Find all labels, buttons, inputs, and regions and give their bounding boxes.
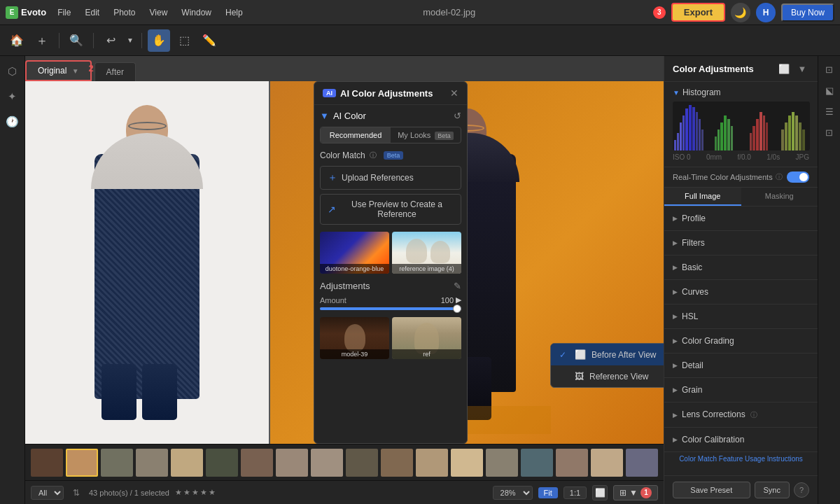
panel-more-icon[interactable]: ▼ (795, 62, 809, 76)
zoom-select[interactable]: 28% (493, 486, 533, 500)
help-button[interactable]: ? (794, 482, 809, 498)
film-thumb-5[interactable] (171, 449, 203, 477)
one-to-one-button[interactable]: 1:1 (564, 486, 587, 499)
sort-icon[interactable]: ⇅ (69, 486, 83, 500)
film-thumb-11[interactable] (381, 449, 413, 477)
tab-original[interactable]: Original ▼ 2 (25, 60, 92, 81)
film-thumb-7[interactable] (241, 449, 273, 477)
sidebar-history-icon[interactable]: 🕐 (3, 112, 22, 132)
brush-tool[interactable]: ✏️ (198, 29, 220, 52)
section-filters-header[interactable]: ▶ Filters (664, 231, 818, 255)
star-2[interactable]: ★ (183, 488, 190, 497)
menu-edit[interactable]: Edit (82, 6, 102, 19)
home-button[interactable]: 🏠 (6, 29, 28, 52)
user-avatar[interactable]: H (756, 3, 776, 22)
export-button[interactable]: Export (671, 3, 725, 22)
section-color-calibration-header[interactable]: ▶ Color Calibration (664, 428, 818, 451)
film-thumb-6[interactable] (206, 449, 238, 477)
ai-panel-close-button[interactable]: ✕ (450, 88, 458, 99)
theme-toggle-button[interactable]: 🌙 (731, 3, 750, 22)
section-profile-header[interactable]: ▶ Profile (664, 206, 818, 230)
section-curves-header[interactable]: ▶ Curves (664, 280, 818, 304)
film-thumb-15[interactable] (521, 449, 553, 477)
film-thumb-16[interactable] (556, 449, 588, 477)
color-match-info-icon[interactable]: ⓘ (370, 150, 377, 160)
lens-info-icon[interactable]: ⓘ (750, 411, 757, 419)
sidebar-adjust-icon[interactable]: ✦ (3, 87, 22, 106)
slider-thumb[interactable] (453, 304, 461, 313)
before-after-view-option[interactable]: ✓ ⬜ Before After View (551, 344, 664, 365)
crop-tool[interactable]: ⬚ (173, 29, 195, 52)
tab-recommended[interactable]: Recommended (321, 127, 391, 143)
section-detail-header[interactable]: ▶ Detail (664, 354, 818, 377)
add-button[interactable]: ＋ (31, 29, 53, 52)
ai-tabs: Recommended My Looks Beta (320, 127, 461, 144)
amount-slider[interactable] (320, 307, 461, 310)
right-icon-3[interactable]: ☰ (822, 104, 837, 119)
pan-tool[interactable]: ✋ (148, 29, 170, 52)
tab-my-looks[interactable]: My Looks Beta (391, 127, 461, 143)
ref-thumb-4[interactable]: ref (392, 317, 461, 359)
film-thumb-13[interactable] (451, 449, 483, 477)
right-icon-1[interactable]: ⊡ (822, 62, 837, 77)
reference-view-option[interactable]: 🖼 Reference View (551, 365, 664, 387)
undo-button[interactable]: ↩ (99, 29, 122, 52)
menu-photo[interactable]: Photo (111, 6, 138, 19)
film-thumb-9[interactable] (311, 449, 343, 477)
section-lens-corrections-header[interactable]: ▶ Lens Corrections ⓘ (664, 402, 818, 427)
menu-view[interactable]: View (147, 6, 171, 19)
right-icon-2[interactable]: ⬕ (822, 83, 837, 98)
square-view-button[interactable]: ⬜ (592, 485, 608, 500)
color-match-link[interactable]: Color Match Feature Usage Instructions (664, 452, 818, 465)
star-3[interactable]: ★ (192, 488, 199, 497)
right-icon-4[interactable]: ⊡ (822, 125, 837, 140)
star-rating[interactable]: ★ ★ ★ ★ ★ (175, 488, 216, 497)
filters-expand-icon: ▶ (673, 239, 678, 246)
app-logo[interactable]: E Evoto (6, 6, 46, 19)
fit-button[interactable]: Fit (538, 487, 558, 498)
buy-now-button[interactable]: Buy Now (781, 4, 834, 22)
star-5[interactable]: ★ (209, 488, 216, 497)
panel-expand-icon[interactable]: ⬜ (777, 62, 791, 76)
section-grain-header[interactable]: ▶ Grain (664, 378, 818, 402)
filter-select[interactable]: All (31, 486, 64, 500)
edit-adjustments-icon[interactable]: ✎ (454, 281, 461, 291)
film-thumb-3[interactable] (101, 449, 133, 477)
tab-full-image[interactable]: Full Image (664, 188, 741, 206)
svg-rect-14 (727, 119, 730, 150)
film-thumb-14[interactable] (486, 449, 518, 477)
film-thumb-1[interactable] (31, 449, 63, 477)
sidebar-layers-icon[interactable]: ⬡ (3, 62, 22, 81)
film-thumb-17[interactable] (591, 449, 623, 477)
film-thumb-2[interactable] (66, 449, 98, 477)
section-basic-header[interactable]: ▶ Basic (664, 255, 818, 279)
ref-thumb-1[interactable]: duotone-orange-blue (320, 232, 389, 274)
section-color-grading-header[interactable]: ▶ Color Grading (664, 329, 818, 353)
film-thumb-18[interactable] (626, 449, 658, 477)
film-thumb-12[interactable] (416, 449, 448, 477)
notification-badge: 3 (653, 6, 666, 19)
use-preview-button[interactable]: ↗ Use Preview to Create a Reference (320, 194, 461, 225)
section-hsl-header[interactable]: ▶ HSL (664, 304, 818, 328)
film-thumb-4[interactable] (136, 449, 168, 477)
tab-masking[interactable]: Masking (741, 188, 818, 206)
sync-button[interactable]: Sync (755, 482, 790, 498)
view-mode-button[interactable]: ⊞ ▼ 1 (613, 485, 658, 500)
undo-dropdown[interactable]: ▼ (125, 29, 136, 52)
menu-window[interactable]: Window (178, 6, 214, 19)
menu-file[interactable]: File (55, 6, 74, 19)
realtime-toggle[interactable] (787, 172, 809, 183)
refresh-icon[interactable]: ↺ (454, 111, 461, 121)
search-button[interactable]: 🔍 (65, 29, 88, 52)
film-thumb-10[interactable] (346, 449, 378, 477)
realtime-info-icon[interactable]: ⓘ (776, 172, 783, 182)
film-thumb-8[interactable] (276, 449, 308, 477)
save-preset-button[interactable]: Save Preset (673, 482, 750, 498)
ref-thumb-3[interactable]: model-39 (320, 317, 389, 359)
ref-thumb-2[interactable]: reference image (4) (392, 232, 461, 274)
star-4[interactable]: ★ (200, 488, 207, 497)
tab-after[interactable]: After (94, 62, 136, 81)
menu-help[interactable]: Help (223, 6, 246, 19)
star-1[interactable]: ★ (175, 488, 182, 497)
upload-references-button[interactable]: ＋ Upload References (320, 166, 461, 190)
